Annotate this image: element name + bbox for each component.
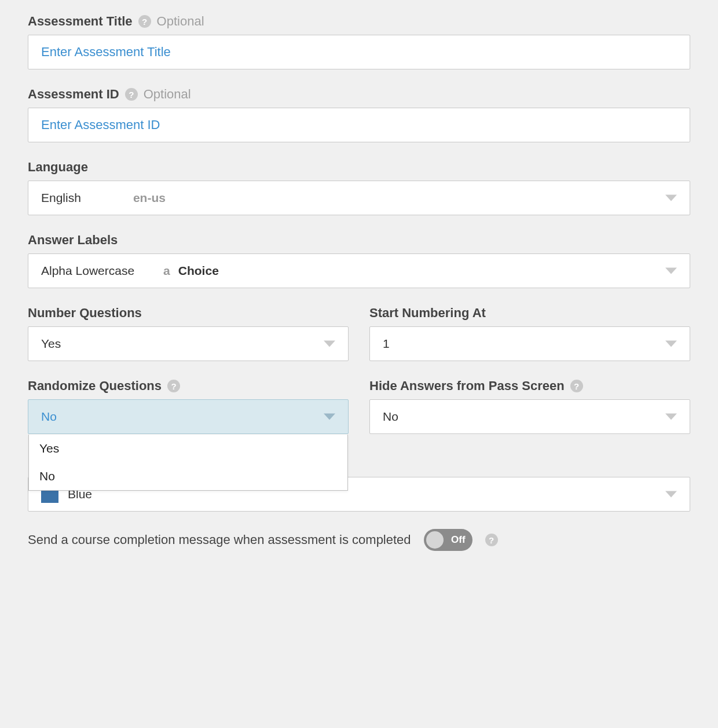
assessment-id-field: Assessment ID ? Optional	[28, 87, 690, 142]
dropdown-option-yes[interactable]: Yes	[29, 435, 347, 462]
help-icon[interactable]: ?	[485, 534, 498, 546]
chevron-down-icon	[665, 341, 677, 347]
label-row: Answer Labels	[28, 233, 690, 248]
randomize-questions-field: Randomize Questions ? No Yes No	[28, 378, 349, 434]
answer-labels-value: Alpha Lowercase	[41, 264, 134, 278]
completion-toggle-row: Send a course completion message when as…	[28, 529, 690, 551]
toggle-state-text: Off	[451, 534, 466, 546]
help-icon[interactable]: ?	[570, 380, 583, 392]
hide-answers-label: Hide Answers from Pass Screen	[369, 378, 565, 394]
completion-toggle-label: Send a course completion message when as…	[28, 532, 411, 547]
language-code: en-us	[133, 191, 166, 205]
assessment-id-label: Assessment ID	[28, 87, 119, 102]
chevron-down-icon	[665, 195, 677, 201]
label-row: Language	[28, 160, 690, 175]
completion-toggle[interactable]: Off	[424, 529, 472, 551]
chevron-down-icon	[665, 414, 677, 420]
start-numbering-select[interactable]: 1	[369, 326, 690, 361]
chevron-down-icon	[665, 268, 677, 274]
start-numbering-value: 1	[383, 337, 390, 351]
chevron-down-icon	[324, 414, 335, 420]
assessment-title-field: Assessment Title ? Optional	[28, 14, 690, 69]
number-questions-label: Number Questions	[28, 306, 142, 321]
number-questions-value: Yes	[41, 337, 61, 351]
optional-text: Optional	[144, 87, 191, 102]
toggle-knob	[426, 531, 444, 549]
answer-labels-select[interactable]: Alpha Lowercase a Choice	[28, 253, 690, 288]
language-label: Language	[28, 160, 88, 175]
help-icon[interactable]: ?	[125, 88, 138, 101]
label-row: Assessment ID ? Optional	[28, 87, 690, 102]
randomize-questions-dropdown: Yes No	[28, 435, 348, 491]
label-row: Randomize Questions ?	[28, 378, 349, 394]
answer-labels-label: Answer Labels	[28, 233, 118, 248]
assessment-title-input[interactable]	[28, 35, 690, 69]
number-questions-select[interactable]: Yes	[28, 326, 349, 361]
dropdown-option-no[interactable]: No	[29, 462, 347, 490]
start-numbering-field: Start Numbering At 1	[369, 306, 690, 361]
assessment-title-label: Assessment Title	[28, 14, 133, 29]
chevron-down-icon	[665, 491, 677, 498]
hide-answers-select[interactable]: No	[369, 399, 690, 434]
answer-labels-prefix: a	[163, 264, 170, 278]
randomize-questions-value: No	[41, 410, 57, 424]
hide-answers-field: Hide Answers from Pass Screen ? No	[369, 378, 690, 434]
answer-labels-suffix: Choice	[178, 264, 219, 278]
help-icon[interactable]: ?	[167, 380, 180, 392]
label-row: Hide Answers from Pass Screen ?	[369, 378, 690, 394]
language-value: English	[41, 191, 81, 205]
randomize-questions-label: Randomize Questions	[28, 378, 162, 394]
randomize-questions-select[interactable]: No Yes No	[28, 399, 349, 434]
language-field: Language English en-us	[28, 160, 690, 215]
help-icon[interactable]: ?	[138, 15, 151, 28]
label-row: Assessment Title ? Optional	[28, 14, 690, 29]
chevron-down-icon	[324, 341, 335, 347]
hide-answers-value: No	[383, 410, 398, 424]
answer-labels-field: Answer Labels Alpha Lowercase a Choice	[28, 233, 690, 288]
label-row: Start Numbering At	[369, 306, 690, 321]
label-row: Number Questions	[28, 306, 349, 321]
assessment-id-input[interactable]	[28, 108, 690, 142]
optional-text: Optional	[157, 14, 204, 29]
language-select[interactable]: English en-us	[28, 181, 690, 215]
start-numbering-label: Start Numbering At	[369, 306, 486, 321]
number-questions-field: Number Questions Yes	[28, 306, 349, 361]
